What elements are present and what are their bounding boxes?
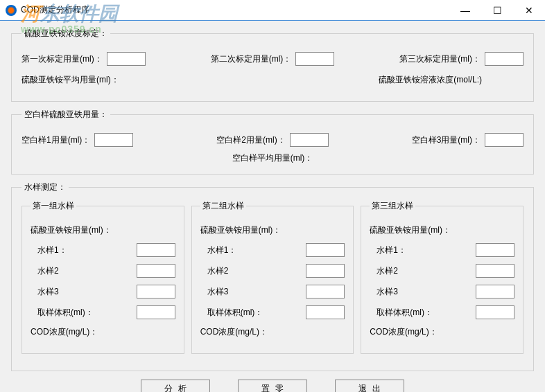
cal1-label: 第一次标定用量(ml)： xyxy=(21,53,103,65)
blank3-input[interactable] xyxy=(485,133,524,147)
group1-s2-input[interactable] xyxy=(137,264,175,278)
window-title: COD测定分析程序 xyxy=(21,4,449,16)
calibration-legend: 硫酸亚铁铵浓度标定： xyxy=(21,28,110,39)
group3-s2-input[interactable] xyxy=(476,264,514,278)
group2-title: 第二组水样 xyxy=(200,200,246,212)
blank1-input[interactable] xyxy=(94,133,133,147)
group3-vol-label: 取样体积(ml)： xyxy=(377,307,433,319)
group3-s1-label: 水样1： xyxy=(377,244,406,256)
group1-s1-input[interactable] xyxy=(137,243,175,257)
window-controls: — ☐ ✕ xyxy=(449,0,545,21)
group1-s3-input[interactable] xyxy=(137,285,175,299)
sample-group-2: 第二组水样 硫酸亚铁铵用量(ml)： 水样1： 水样2 水样3 取样体积(ml)… xyxy=(191,200,354,354)
close-button[interactable]: ✕ xyxy=(513,0,545,21)
group3-vol-input[interactable] xyxy=(476,305,514,319)
group2-s1-input[interactable] xyxy=(306,243,345,257)
blank2-label: 空白样2用量(ml)： xyxy=(216,134,285,146)
cal2-label: 第二次标定用量(ml)： xyxy=(211,53,292,65)
group2-cod-label: COD浓度(mg/L)： xyxy=(200,326,268,338)
cal3-label: 第三次标定用量(ml)： xyxy=(399,53,481,65)
title-bar: COD测定分析程序 — ☐ ✕ xyxy=(0,0,545,21)
group2-s3-label: 水样3 xyxy=(207,286,229,298)
group1-title: 第一组水样 xyxy=(31,200,76,212)
cal1-input[interactable] xyxy=(107,52,146,66)
group2-s2-label: 水样2 xyxy=(207,265,229,277)
blank1-label: 空白样1用量(ml)： xyxy=(21,134,90,146)
sample-group-3: 第三组水样 硫酸亚铁铵用量(ml)： 水样1： 水样2 水样3 取样体积(ml)… xyxy=(361,200,524,354)
cal-avg-label: 硫酸亚铁铵平均用量(ml)： xyxy=(21,74,119,86)
group3-usage-label: 硫酸亚铁铵用量(ml)： xyxy=(370,224,451,236)
group2-usage-label: 硫酸亚铁铵用量(ml)： xyxy=(200,224,282,236)
group2-s1-label: 水样1： xyxy=(207,244,237,256)
blank-avg-label: 空白样平均用量(ml)： xyxy=(232,153,313,163)
exit-button[interactable]: 退出 xyxy=(335,380,404,392)
zero-button[interactable]: 置零 xyxy=(238,380,307,392)
group1-s1-label: 水样1： xyxy=(37,244,67,256)
button-bar: 分析 置零 退出 xyxy=(11,380,534,392)
blank-group: 空白样硫酸亚铁用量： 空白样1用量(ml)： 空白样2用量(ml)： 空白样3用… xyxy=(11,109,534,175)
group1-cod-label: COD浓度(mg/L)： xyxy=(31,326,98,338)
minimize-button[interactable]: — xyxy=(449,0,481,21)
group3-s3-label: 水样3 xyxy=(377,286,398,298)
group2-s3-input[interactable] xyxy=(306,285,345,299)
group3-title: 第三组水样 xyxy=(370,200,415,212)
group3-s1-input[interactable] xyxy=(476,243,514,257)
group2-vol-input[interactable] xyxy=(306,305,345,319)
sample-group: 水样测定： 第一组水样 硫酸亚铁铵用量(ml)： 水样1： 水样2 水样3 取样… xyxy=(11,181,534,371)
app-icon xyxy=(6,5,17,16)
group1-vol-label: 取样体积(ml)： xyxy=(37,307,94,319)
analyze-button[interactable]: 分析 xyxy=(141,380,210,392)
calibration-group: 硫酸亚铁铵浓度标定： 第一次标定用量(ml)： 第二次标定用量(ml)： 第三次… xyxy=(11,28,534,102)
blank-legend: 空白样硫酸亚铁用量： xyxy=(21,109,110,121)
group3-s2-label: 水样2 xyxy=(377,265,398,277)
maximize-button[interactable]: ☐ xyxy=(481,0,513,21)
group2-vol-label: 取样体积(ml)： xyxy=(207,307,263,319)
group1-vol-input[interactable] xyxy=(137,305,175,319)
group1-s3-label: 水样3 xyxy=(37,286,59,298)
sample-group-1: 第一组水样 硫酸亚铁铵用量(ml)： 水样1： 水样2 水样3 取样体积(ml)… xyxy=(21,200,184,354)
client-area: 硫酸亚铁铵浓度标定： 第一次标定用量(ml)： 第二次标定用量(ml)： 第三次… xyxy=(0,21,545,392)
group1-s2-label: 水样2 xyxy=(37,265,59,277)
cal2-input[interactable] xyxy=(295,52,334,66)
group3-s3-input[interactable] xyxy=(476,285,514,299)
blank3-label: 空白样3用量(ml)： xyxy=(412,134,481,146)
cal3-input[interactable] xyxy=(485,52,524,66)
group2-s2-input[interactable] xyxy=(306,264,345,278)
blank2-input[interactable] xyxy=(290,133,329,147)
group3-cod-label: COD浓度(mg/L)： xyxy=(370,326,437,338)
group1-usage-label: 硫酸亚铁铵用量(ml)： xyxy=(31,224,112,236)
sample-legend: 水样测定： xyxy=(21,181,69,193)
cal-conc-label: 硫酸亚铁铵溶液浓度(mol/L:) xyxy=(379,74,482,86)
